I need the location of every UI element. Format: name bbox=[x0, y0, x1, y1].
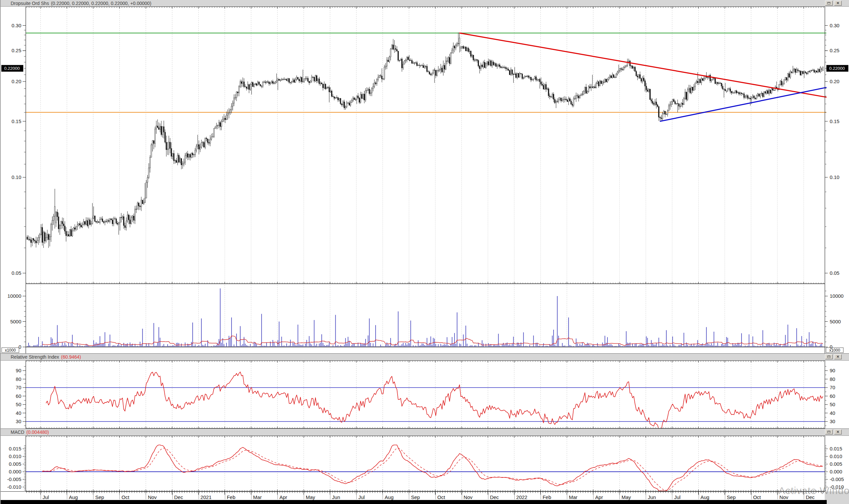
svg-text:0.10: 0.10 bbox=[12, 174, 21, 180]
month-label: Oct bbox=[122, 494, 129, 500]
month-separator bbox=[356, 493, 357, 499]
month-separator bbox=[646, 493, 646, 499]
month-label: Oct bbox=[437, 494, 445, 500]
month-label: 2021 bbox=[201, 494, 212, 500]
month-separator bbox=[146, 493, 146, 499]
month-separator bbox=[725, 493, 725, 499]
svg-text:0.15: 0.15 bbox=[830, 119, 839, 124]
rsi-pane-restore-button[interactable] bbox=[825, 354, 833, 359]
month-separator bbox=[488, 493, 488, 499]
activate-windows-watermark: Activate Windows bbox=[778, 485, 849, 496]
price-pane-header[interactable]: Dropsuite Ord Shs (0.22000, 0.22000, 0.2… bbox=[1, 0, 849, 7]
month-separator bbox=[67, 493, 67, 499]
month-separator bbox=[619, 493, 620, 499]
svg-text:0.20: 0.20 bbox=[12, 78, 21, 84]
month-separator bbox=[120, 493, 120, 499]
rsi-pane-header[interactable]: Relative Strength Index (60.9464) ✕ bbox=[1, 353, 849, 361]
month-separator bbox=[567, 493, 567, 499]
svg-text:-0.005: -0.005 bbox=[7, 476, 21, 482]
svg-text:5000: 5000 bbox=[830, 319, 841, 324]
svg-text:30: 30 bbox=[830, 418, 835, 424]
month-separator bbox=[330, 493, 330, 499]
svg-text:0.010: 0.010 bbox=[8, 453, 21, 459]
svg-text:0.05: 0.05 bbox=[12, 270, 21, 276]
month-separator bbox=[304, 493, 304, 499]
svg-text:90: 90 bbox=[16, 367, 21, 373]
macd-chart[interactable]: 0.0150.0150.0100.0100.0050.0050.0000.000… bbox=[1, 436, 849, 491]
month-separator bbox=[251, 493, 252, 499]
month-separator bbox=[172, 493, 173, 499]
svg-text:0.015: 0.015 bbox=[8, 446, 21, 451]
svg-text:-0.005: -0.005 bbox=[830, 476, 844, 482]
price-pane-ohlc-values: (0.22000, 0.22000, 0.22000, 0.22000, +0.… bbox=[51, 1, 151, 6]
svg-text:0.25: 0.25 bbox=[12, 48, 21, 53]
month-label: Aug bbox=[701, 494, 710, 500]
svg-text:0.10: 0.10 bbox=[830, 174, 839, 180]
svg-text:0.22000: 0.22000 bbox=[829, 66, 845, 71]
month-separator bbox=[435, 493, 436, 499]
svg-text:x1000: x1000 bbox=[829, 348, 841, 353]
macd-pane-close-button[interactable]: ✕ bbox=[834, 430, 842, 434]
macd-pane-value: (0.004480) bbox=[26, 430, 49, 435]
svg-text:0.05: 0.05 bbox=[830, 270, 839, 276]
svg-text:0.15: 0.15 bbox=[12, 119, 21, 124]
month-separator bbox=[777, 493, 778, 499]
month-separator bbox=[383, 493, 383, 499]
svg-text:50: 50 bbox=[830, 401, 835, 407]
month-separator bbox=[541, 493, 541, 499]
svg-text:x1000: x1000 bbox=[5, 348, 16, 353]
price-pane-close-button[interactable]: ✕ bbox=[834, 1, 842, 6]
svg-text:0.25: 0.25 bbox=[830, 48, 839, 53]
rsi-pane-close-button[interactable]: ✕ bbox=[834, 354, 842, 359]
month-label: Jun bbox=[332, 494, 340, 500]
charting-window: Dropsuite Ord Shs (0.22000, 0.22000, 0.2… bbox=[0, 0, 849, 504]
svg-text:80: 80 bbox=[830, 376, 835, 382]
month-label: Nov bbox=[464, 494, 473, 500]
svg-text:90: 90 bbox=[830, 367, 835, 373]
month-label: May bbox=[306, 494, 315, 500]
svg-text:0.015: 0.015 bbox=[830, 446, 842, 451]
month-separator bbox=[593, 493, 594, 499]
month-separator bbox=[462, 493, 462, 499]
restore-icon bbox=[827, 2, 830, 4]
close-icon: ✕ bbox=[836, 1, 839, 5]
month-label: Oct bbox=[753, 494, 761, 500]
month-label: Apr bbox=[279, 494, 287, 500]
month-label: Jul bbox=[358, 494, 365, 500]
svg-text:0.30: 0.30 bbox=[12, 23, 21, 28]
month-label: Jul bbox=[42, 494, 49, 500]
svg-text:50: 50 bbox=[16, 401, 21, 407]
macd-pane-restore-button[interactable] bbox=[825, 430, 833, 434]
month-separator bbox=[672, 493, 672, 499]
month-label: Sep bbox=[727, 494, 736, 500]
macd-pane-header[interactable]: MACD (0.004480) ✕ bbox=[1, 429, 849, 436]
month-label: Dec bbox=[174, 494, 183, 500]
rsi-pane-value: (60.9464) bbox=[61, 354, 81, 360]
svg-text:0.20: 0.20 bbox=[830, 78, 839, 84]
month-separator bbox=[199, 493, 199, 499]
svg-text:0.000: 0.000 bbox=[8, 469, 21, 474]
bottom-edge-strip bbox=[1, 500, 827, 504]
month-label: Jun bbox=[648, 494, 656, 500]
month-separator bbox=[225, 493, 225, 499]
macd-pane-title: MACD bbox=[11, 430, 24, 435]
svg-text:80: 80 bbox=[16, 376, 21, 382]
rsi-chart[interactable]: 9090808070706060505040403030 bbox=[1, 361, 849, 429]
price-pane-title: Dropsuite Ord Shs bbox=[11, 1, 49, 6]
month-label: Feb bbox=[227, 494, 236, 500]
month-separator bbox=[277, 493, 278, 499]
month-label: Aug bbox=[69, 494, 78, 500]
svg-text:60: 60 bbox=[16, 393, 21, 399]
svg-text:10000: 10000 bbox=[7, 293, 21, 299]
rsi-pane-title: Relative Strength Index bbox=[11, 354, 59, 360]
svg-text:0.000: 0.000 bbox=[830, 469, 842, 474]
month-label: Feb bbox=[543, 494, 551, 500]
volume-chart[interactable]: 10000100005000500000x1000x1000 bbox=[1, 284, 849, 353]
svg-text:0.30: 0.30 bbox=[830, 23, 839, 28]
svg-text:5000: 5000 bbox=[10, 319, 21, 324]
price-candlestick-chart[interactable]: 0.300.300.250.250.200.200.150.150.100.10… bbox=[1, 7, 849, 284]
price-pane-restore-button[interactable] bbox=[825, 1, 833, 6]
month-label: Apr bbox=[595, 494, 603, 500]
month-label: Nov bbox=[148, 494, 157, 500]
time-axis[interactable]: JulAugSepOctNovDec2021FebMarAprMayJunJul… bbox=[1, 491, 849, 500]
